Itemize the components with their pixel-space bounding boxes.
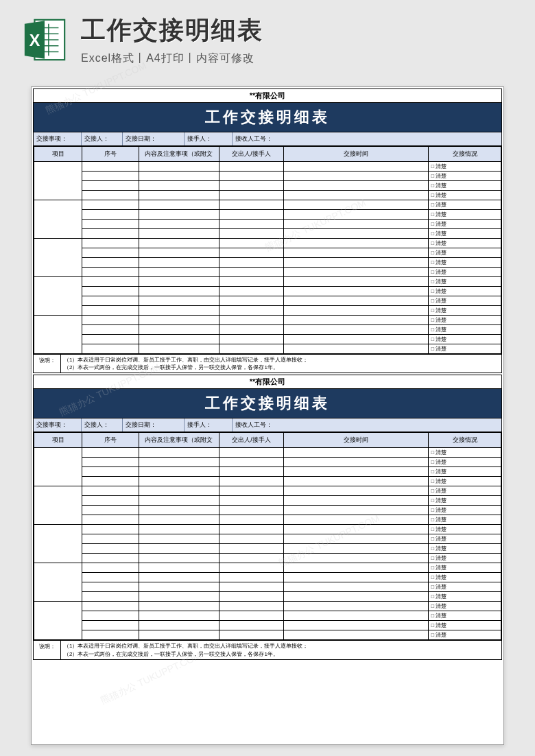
status-cell[interactable]: □ 清楚 (429, 162, 501, 172)
status-cell[interactable]: □ 清楚 (429, 268, 501, 277)
person-cell[interactable] (219, 582, 284, 592)
content-cell[interactable] (139, 467, 219, 477)
time-cell[interactable] (283, 515, 428, 525)
person-cell[interactable] (219, 172, 284, 181)
time-cell[interactable] (283, 611, 428, 621)
person-cell[interactable] (219, 544, 284, 554)
seq-cell[interactable] (82, 477, 139, 486)
status-cell[interactable]: □ 清楚 (429, 477, 501, 486)
seq-cell[interactable] (82, 277, 139, 287)
time-cell[interactable] (283, 316, 428, 325)
seq-cell[interactable] (82, 467, 139, 477)
time-cell[interactable] (283, 592, 428, 602)
project-cell[interactable] (34, 200, 82, 239)
content-cell[interactable] (139, 515, 219, 525)
seq-cell[interactable] (82, 191, 139, 200)
seq-cell[interactable] (82, 515, 139, 525)
content-cell[interactable] (139, 525, 219, 534)
status-cell[interactable]: □ 清楚 (429, 563, 501, 573)
content-cell[interactable] (139, 621, 219, 630)
status-cell[interactable]: □ 清楚 (429, 210, 501, 220)
seq-cell[interactable] (82, 458, 139, 467)
person-cell[interactable] (219, 248, 284, 258)
person-cell[interactable] (219, 191, 284, 200)
project-cell[interactable] (34, 563, 82, 602)
status-cell[interactable]: □ 清楚 (429, 258, 501, 268)
content-cell[interactable] (139, 458, 219, 467)
content-cell[interactable] (139, 335, 219, 344)
status-cell[interactable]: □ 清楚 (429, 592, 501, 602)
seq-cell[interactable] (82, 611, 139, 621)
person-cell[interactable] (219, 200, 284, 210)
content-cell[interactable] (139, 306, 219, 316)
time-cell[interactable] (283, 582, 428, 592)
status-cell[interactable]: □ 清楚 (429, 229, 501, 239)
seq-cell[interactable] (82, 525, 139, 534)
status-cell[interactable]: □ 清楚 (429, 458, 501, 467)
content-cell[interactable] (139, 296, 219, 306)
person-cell[interactable] (219, 325, 284, 335)
status-cell[interactable]: □ 清楚 (429, 325, 501, 335)
seq-cell[interactable] (82, 229, 139, 239)
seq-cell[interactable] (82, 554, 139, 563)
status-cell[interactable]: □ 清楚 (429, 344, 501, 354)
project-cell[interactable] (34, 525, 82, 563)
content-cell[interactable] (139, 287, 219, 296)
status-cell[interactable]: □ 清楚 (429, 573, 501, 582)
status-cell[interactable]: □ 清楚 (429, 621, 501, 630)
info-date[interactable]: 交接日期： (123, 132, 185, 145)
time-cell[interactable] (283, 563, 428, 573)
person-cell[interactable] (219, 220, 284, 229)
time-cell[interactable] (283, 506, 428, 515)
seq-cell[interactable] (82, 544, 139, 554)
content-cell[interactable] (139, 506, 219, 515)
seq-cell[interactable] (82, 563, 139, 573)
person-cell[interactable] (219, 287, 284, 296)
person-cell[interactable] (219, 621, 284, 630)
content-cell[interactable] (139, 573, 219, 582)
project-cell[interactable] (34, 277, 82, 316)
person-cell[interactable] (219, 296, 284, 306)
status-cell[interactable]: □ 清楚 (429, 277, 501, 287)
time-cell[interactable] (283, 496, 428, 506)
info-receiver[interactable]: 接手人： (185, 132, 233, 145)
person-cell[interactable] (219, 268, 284, 277)
project-cell[interactable] (34, 448, 82, 486)
content-cell[interactable] (139, 534, 219, 544)
content-cell[interactable] (139, 172, 219, 181)
person-cell[interactable] (219, 306, 284, 316)
seq-cell[interactable] (82, 210, 139, 220)
seq-cell[interactable] (82, 181, 139, 191)
time-cell[interactable] (283, 191, 428, 200)
time-cell[interactable] (283, 287, 428, 296)
person-cell[interactable] (219, 448, 284, 458)
status-cell[interactable]: □ 清楚 (429, 296, 501, 306)
status-cell[interactable]: □ 清楚 (429, 200, 501, 210)
person-cell[interactable] (219, 486, 284, 496)
time-cell[interactable] (283, 200, 428, 210)
status-cell[interactable]: □ 清楚 (429, 630, 501, 640)
status-cell[interactable]: □ 清楚 (429, 220, 501, 229)
seq-cell[interactable] (82, 200, 139, 210)
seq-cell[interactable] (82, 344, 139, 354)
person-cell[interactable] (219, 162, 284, 172)
time-cell[interactable] (283, 268, 428, 277)
status-cell[interactable]: □ 清楚 (429, 486, 501, 496)
seq-cell[interactable] (82, 258, 139, 268)
time-cell[interactable] (283, 477, 428, 486)
status-cell[interactable]: □ 清楚 (429, 602, 501, 611)
person-cell[interactable] (219, 239, 284, 248)
status-cell[interactable]: □ 清楚 (429, 496, 501, 506)
time-cell[interactable] (283, 544, 428, 554)
status-cell[interactable]: □ 清楚 (429, 448, 501, 458)
status-cell[interactable]: □ 清楚 (429, 316, 501, 325)
content-cell[interactable] (139, 544, 219, 554)
status-cell[interactable]: □ 清楚 (429, 335, 501, 344)
project-cell[interactable] (34, 239, 82, 277)
status-cell[interactable]: □ 清楚 (429, 582, 501, 592)
content-cell[interactable] (139, 448, 219, 458)
time-cell[interactable] (283, 325, 428, 335)
time-cell[interactable] (283, 467, 428, 477)
time-cell[interactable] (283, 344, 428, 354)
seq-cell[interactable] (82, 220, 139, 229)
